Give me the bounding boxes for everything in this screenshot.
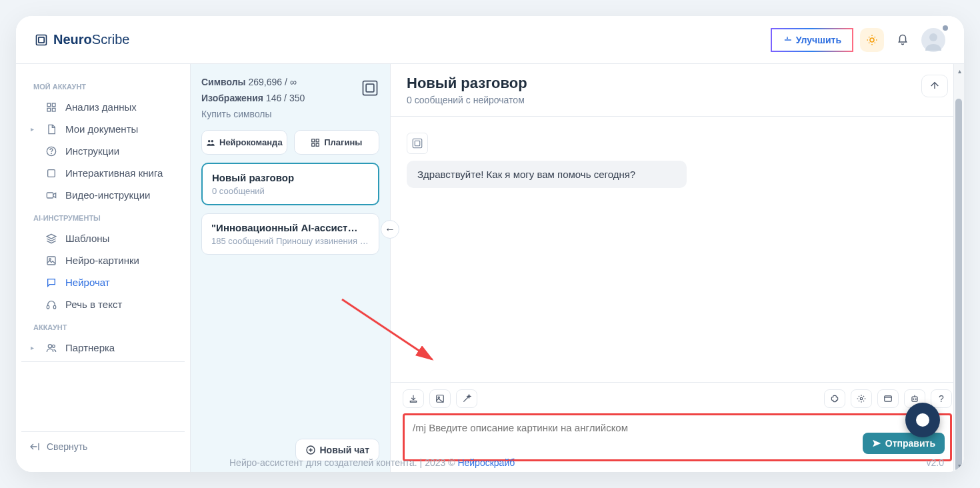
scroll-down-icon[interactable]: ▾	[954, 460, 964, 471]
share-button[interactable]	[921, 75, 948, 97]
neuroteam-button[interactable]: Нейрокоманда	[201, 130, 287, 155]
svg-rect-12	[47, 257, 55, 265]
team-icon	[206, 138, 215, 147]
sidebar-item-inter[interactable]: Интерактивная книга	[21, 162, 185, 184]
sidebar-item-video[interactable]: Видео-инструкции	[21, 184, 185, 206]
sidebar-item-templates[interactable]: Шаблоны	[21, 227, 185, 249]
wand-icon	[462, 394, 471, 403]
gear-icon	[857, 394, 866, 403]
sidebar-item-speech[interactable]: Речь в текст	[21, 293, 185, 315]
svg-point-3	[929, 33, 937, 41]
robot-icon	[910, 394, 919, 403]
grid-icon	[46, 102, 57, 113]
chat-column: Новый разговор 0 сообщений с нейрочатом …	[391, 64, 964, 472]
document-icon	[46, 124, 57, 135]
svg-rect-10	[48, 169, 55, 177]
sidebar-item-neuroimg[interactable]: Нейро-картинки	[21, 249, 185, 271]
svg-rect-14	[47, 305, 49, 309]
collapse-midcol-button[interactable]: ←	[381, 220, 399, 239]
upgrade-button[interactable]: Улучшить	[771, 28, 853, 52]
theme-toggle-button[interactable]	[860, 28, 884, 52]
plus-circle-icon	[305, 445, 316, 455]
help-button[interactable]: ?	[931, 389, 952, 408]
svg-point-9	[51, 153, 52, 154]
scroll-thumb[interactable]	[955, 99, 962, 472]
chat-input-highlight: Отправить	[403, 413, 952, 461]
conversation-card[interactable]: Новый разговор 0 сообщений	[201, 163, 379, 205]
video-icon	[46, 190, 57, 201]
svg-point-13	[49, 258, 51, 260]
window-button[interactable]	[877, 389, 899, 408]
sidebar-section-account: МОЙ АККАУНТ	[21, 75, 185, 96]
share-icon	[929, 81, 940, 91]
sidebar-item-analiz[interactable]: Анализ данных	[21, 96, 185, 118]
svg-rect-23	[316, 139, 319, 142]
layers-icon	[46, 233, 57, 244]
brand-logo[interactable]: NeuroScribe	[35, 32, 130, 47]
plugins-icon	[311, 138, 320, 147]
attach-button[interactable]	[403, 389, 424, 408]
conversations-column: Символы 269,696 / ∞ Изображения 146 / 35…	[191, 64, 391, 472]
svg-rect-24	[312, 143, 315, 146]
magic-button[interactable]	[456, 389, 477, 408]
chat-title: Новый разговор	[407, 75, 527, 92]
scrollbar[interactable]: ▴ ▾	[953, 64, 964, 472]
svg-point-36	[915, 399, 916, 399]
footer-note: Нейро-ассистент для создателей контента.…	[229, 457, 515, 468]
usage-stats: Символы 269,696 / ∞ Изображения 146 / 35…	[201, 75, 379, 122]
chat-bubble-icon	[916, 413, 929, 427]
svg-point-35	[913, 399, 914, 399]
question-icon: ?	[939, 393, 944, 404]
window-icon	[883, 394, 893, 403]
cube-icon	[361, 79, 379, 103]
plugins-button[interactable]: Плагины	[294, 130, 379, 155]
buy-symbols-link[interactable]: Купить символы	[201, 107, 379, 123]
svg-rect-7	[52, 108, 55, 111]
svg-rect-11	[47, 193, 53, 198]
bell-icon	[897, 34, 909, 46]
scroll-up-icon[interactable]: ▴	[954, 65, 964, 76]
image-icon	[46, 255, 57, 266]
svg-rect-15	[53, 305, 55, 309]
support-chat-fab[interactable]	[905, 403, 940, 437]
sidebar-item-instr[interactable]: Инструкции	[21, 140, 185, 162]
sidebar-section-tools: AI-ИНСТРУМЕНТЫ	[21, 206, 185, 227]
chat-subtitle: 0 сообщений с нейрочатом	[407, 95, 527, 105]
sidebar: МОЙ АККАУНТ Анализ данных ▸Мои документы…	[16, 64, 191, 472]
svg-rect-30	[437, 395, 444, 403]
svg-rect-0	[37, 35, 47, 45]
settings-button[interactable]	[851, 389, 872, 408]
chat-icon	[46, 277, 57, 288]
collapse-icon	[29, 441, 40, 452]
headphones-icon	[46, 299, 57, 310]
svg-rect-4	[47, 103, 51, 107]
collapse-sidebar-button[interactable]: Свернуть	[21, 431, 185, 461]
version-label: v2.0	[927, 457, 944, 468]
send-button[interactable]: Отправить	[863, 433, 945, 454]
svg-rect-33	[885, 396, 892, 401]
svg-point-17	[52, 345, 55, 347]
svg-rect-29	[410, 401, 416, 403]
svg-rect-27	[413, 139, 422, 148]
notifications-button[interactable]	[891, 28, 915, 52]
rocket-icon	[783, 35, 792, 45]
help-circle-icon	[46, 146, 57, 157]
image-button[interactable]	[429, 389, 451, 408]
sidebar-item-neurochat[interactable]: Нейрочат	[21, 271, 185, 293]
svg-rect-1	[39, 37, 44, 42]
avatar[interactable]	[921, 28, 945, 52]
svg-rect-18	[363, 81, 377, 95]
extension-button[interactable]	[824, 389, 845, 408]
conversation-card[interactable]: "Инновационный AI-ассист… 185 сообщений …	[201, 213, 379, 255]
user-icon	[921, 28, 945, 52]
svg-rect-6	[47, 108, 51, 111]
svg-point-21	[211, 140, 214, 143]
footer-link[interactable]: Нейроскрайб	[457, 457, 515, 468]
svg-rect-22	[312, 139, 315, 142]
bot-avatar-icon	[407, 133, 428, 154]
book-icon	[46, 168, 57, 179]
svg-rect-28	[415, 141, 420, 146]
svg-rect-19	[366, 84, 374, 92]
sidebar-item-partner[interactable]: ▸Партнерка	[21, 337, 185, 359]
sidebar-item-docs[interactable]: ▸Мои документы	[21, 118, 185, 140]
